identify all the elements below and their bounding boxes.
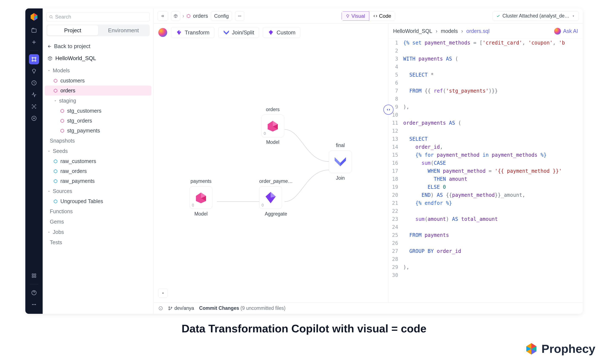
svg-rect-12 [32,274,34,275]
content: Transform Join/Split Custom orders 0 Mod… [154,24,583,302]
node-payments[interactable]: payments 0 Model [189,178,212,217]
svg-rect-4 [32,29,36,32]
nav-more-icon[interactable] [29,299,39,310]
node-orders[interactable]: orders 0 Model [261,107,284,145]
hexagon-icon [53,88,58,93]
cluster-selector[interactable]: Cluster Attached (analyst_de… [493,11,579,21]
nav-download-icon[interactable] [29,113,39,123]
hexagon-icon [60,109,65,113]
chevron-down-icon [161,291,165,295]
crumb-model: orders [193,13,208,19]
svg-point-19 [35,304,36,305]
svg-marker-36 [224,30,229,35]
iconbar [25,8,43,314]
tree-snapshots[interactable]: Snapshots [45,136,151,146]
nav-folder-icon[interactable] [29,25,39,35]
code-toggle[interactable]: Code [369,11,395,21]
chevron-icon [334,156,347,168]
back-link[interactable]: Back to project [47,43,149,50]
tree-item-orders[interactable]: orders [45,86,151,95]
crumb-root[interactable]: HelloWorld_SQL [393,28,432,34]
tree-gems[interactable]: Gems [45,217,151,227]
tree-seeds-header[interactable]: Seeds [45,146,151,156]
svg-point-6 [35,57,36,58]
code-editor[interactable]: 1{% set payment_methods = ['credit_card'… [389,39,583,302]
tree-item-stgorders[interactable]: stg_orders [45,116,151,126]
visual-toggle[interactable]: Visual [342,11,369,21]
nav-gem-icon[interactable] [29,66,39,76]
sidebar: Project Environment Back to project Hell… [43,8,154,314]
cluster-label: Cluster Attached (analyst_de… [502,13,569,19]
app-logo[interactable] [30,13,38,21]
tree-item-ungrouped[interactable]: Ungrouped Tables [45,196,151,206]
nav-grid-icon[interactable] [29,271,39,281]
info-icon[interactable] [158,306,163,311]
view-toggle: Visual Code [342,11,395,21]
project-title[interactable]: HelloWorld_SQL [47,55,149,62]
svg-marker-30 [187,14,190,18]
tree-item-raworders[interactable]: raw_orders [45,166,151,176]
gem-icon [268,29,274,36]
svg-point-20 [50,15,52,18]
tree-tests[interactable]: Tests [45,237,151,247]
back-label: Back to project [54,43,90,50]
tree-item-rawcustomers[interactable]: raw_customers [45,156,151,166]
tree-item-customers[interactable]: customers [45,76,151,86]
search-input[interactable] [46,12,150,22]
config-button[interactable]: Config [211,11,232,21]
more-icon [237,14,242,18]
more-button[interactable] [235,11,244,21]
nav-help-icon[interactable] [29,288,39,298]
nav-plus-icon[interactable] [29,37,39,47]
chevrons-left-icon [161,14,165,18]
tree-item-stgcustomers[interactable]: stg_customers [45,106,151,116]
transform-button[interactable]: Transform [171,27,215,38]
nav-activity-icon[interactable] [29,90,39,100]
branch-indicator[interactable]: dev/anya [168,305,194,311]
svg-point-17 [32,304,33,305]
chevron-right-icon [47,231,51,234]
tree-staging-header[interactable]: staging [45,95,151,106]
node-final[interactable]: final Join [329,143,352,181]
joinsplit-button[interactable]: Join/Split [218,27,259,38]
hexagon-icon [53,169,58,174]
tab-environment[interactable]: Environment [98,25,149,35]
main: › orders Config Visual Code Cluster Atta… [154,8,583,314]
tree-functions[interactable]: Functions [45,206,151,217]
svg-rect-15 [34,276,36,277]
node-orderpayments[interactable]: order_payme… 0 Aggregate [259,178,293,217]
hexagon-icon [53,78,58,83]
canvas-collapse-button[interactable] [158,288,168,298]
chevron-down-icon [54,99,57,103]
tree-item-stgpayments[interactable]: stg_payments [45,126,151,136]
collapse-button[interactable] [158,11,168,21]
svg-point-18 [34,304,35,305]
svg-point-51 [171,307,172,308]
svg-point-5 [32,57,33,58]
crumb-models[interactable]: models [441,28,458,34]
custom-button[interactable]: Custom [263,27,300,38]
brand: Prophecy [525,342,595,356]
search-icon [49,15,53,20]
svg-point-33 [240,16,241,16]
topbar: › orders Config Visual Code Cluster Atta… [154,8,583,24]
nav-scan-icon[interactable] [29,102,39,112]
canvas-pane: Transform Join/Split Custom orders 0 Mod… [154,24,389,302]
svg-marker-24 [61,119,64,123]
nav-pipeline-icon[interactable] [29,54,39,64]
commit-status[interactable]: Commit Changes (9 uncommitted files) [199,305,285,311]
hexagon-icon [60,118,65,123]
tree-item-rawpayments[interactable]: raw_payments [45,176,151,186]
split-handle[interactable] [383,104,393,115]
tab-project[interactable]: Project [47,25,98,35]
nav-history-icon[interactable] [29,78,39,88]
tree-jobs-header[interactable]: Jobs [45,227,151,237]
canvas[interactable]: orders 0 Model payments 0 Model order_pa… [154,41,388,302]
chevron-down-icon [47,150,51,153]
ask-ai-button[interactable]: Ask AI [554,28,578,35]
tree-models-header[interactable]: Models [45,65,151,76]
crumb-file[interactable]: orders.sql [466,28,490,34]
crumb-cube-button[interactable] [171,11,180,21]
brand-logo-icon [525,342,538,355]
tree-sources-header[interactable]: Sources [45,186,151,196]
